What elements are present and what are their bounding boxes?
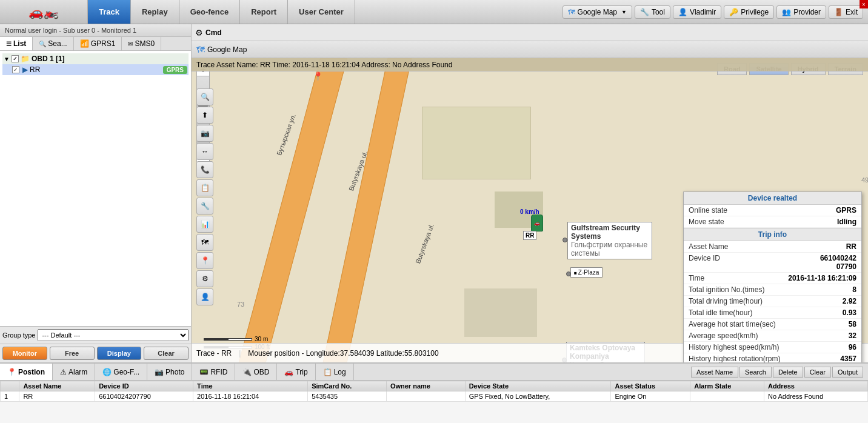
poi-dot-2: [566, 271, 571, 276]
popup-driving-row: Total driving time(hour) 2.92: [684, 296, 861, 307]
display-button[interactable]: Display: [97, 347, 142, 360]
search-btn[interactable]: Search: [739, 367, 772, 378]
group-type-row: Group type --- Default ---: [0, 326, 191, 344]
tab-report[interactable]: Report: [240, 0, 288, 24]
monitor-button[interactable]: Monitor: [2, 347, 47, 360]
tab-list[interactable]: ☰ List: [0, 37, 33, 50]
toolbar-btn-5[interactable]: 📞: [196, 161, 213, 178]
exit-btn[interactable]: 🚪 Exit: [829, 5, 863, 19]
tree-device-checkbox[interactable]: [12, 66, 19, 73]
poi-zplaza: ■Z-Plaza: [570, 267, 603, 278]
toolbar-btn-12[interactable]: 👤: [196, 288, 213, 305]
free-button[interactable]: Free: [50, 347, 95, 360]
col-alarm-state: Alarm State: [690, 381, 764, 391]
tab-search[interactable]: 🔍 Sea...: [33, 37, 73, 50]
popup-trip-section: Trip info: [684, 228, 861, 241]
popup-online-label: Online state: [689, 206, 727, 215]
street-label-1: Бутырская ул.: [275, 113, 297, 156]
tree-root-row[interactable]: ▼ 📁 OBD 1 [1]: [2, 53, 189, 64]
tab-log[interactable]: 📋 Log: [316, 364, 354, 380]
tab-track[interactable]: Track: [88, 0, 131, 24]
data-table-container: Asset Name Device ID Time SimCard No. Ow…: [0, 381, 868, 423]
tree-checkbox[interactable]: [12, 55, 19, 62]
popup-device-section: Device realted: [684, 192, 861, 205]
location-marker-top: 📍: [313, 72, 323, 81]
side-toolbar: 🔍 ⬆ 📷 ↔ 📞 📋 🔧 📊 🗺 📍 ⚙ 👤: [196, 88, 213, 305]
popup-avgspeed-row: Average speed(km/h) 32: [684, 330, 861, 342]
cell-alarm-state: [690, 391, 764, 402]
popup-time-row: Time 2016-11-18 16:21:09: [684, 273, 861, 284]
map-title-bar: 🗺 Google Map: [192, 41, 868, 58]
toolbar-btn-1[interactable]: 🔍: [196, 88, 213, 105]
tab-gprs1[interactable]: 📶 GPRS1: [74, 37, 122, 50]
bottom-toolbar: Asset Name Search Delete Clear Output: [690, 364, 868, 380]
tool-icon: 🔧: [640, 8, 649, 16]
tree-device-icon: ▶: [22, 65, 28, 74]
toolbar-btn-2[interactable]: ⬆: [196, 107, 213, 124]
popup-assetname-row: Asset Name RR: [684, 241, 861, 253]
popup-histspeed-label: History highest speed(km/h): [689, 343, 779, 351]
tab-rfid[interactable]: 📟 RFID: [192, 364, 235, 380]
window-close-btn[interactable]: ×: [860, 0, 868, 8]
toolbar-btn-10[interactable]: 📍: [196, 252, 213, 269]
provider-btn[interactable]: 👥 Provider: [776, 5, 826, 19]
popup-idle-row: Total idle time(hour) 0.93: [684, 307, 861, 319]
toolbar-btn-11[interactable]: ⚙: [196, 270, 213, 287]
cell-device-id: 66104024207790: [95, 391, 193, 402]
signal-icon: 📶: [80, 39, 89, 48]
tab-geofence[interactable]: 🌐 Geo-F...: [95, 364, 147, 380]
tab-obd[interactable]: 🔌 OBD: [235, 364, 277, 380]
toolbar-btn-9[interactable]: 🗺: [196, 234, 213, 251]
google-map-title-icon: 🗺: [196, 45, 205, 55]
cell-simcard: 5435435: [308, 391, 387, 402]
toolbar-btn-7[interactable]: 🔧: [196, 198, 213, 215]
popup-deviceid-value: 66104024207790: [820, 254, 856, 271]
popup-avgspeed-value: 32: [849, 331, 856, 340]
trip-icon: 🚗: [284, 368, 293, 376]
tab-photo[interactable]: 📷 Photo: [147, 364, 192, 380]
toolbar-btn-6[interactable]: 📋: [196, 179, 213, 196]
popup-idle-label: Total idle time(hour): [689, 308, 752, 317]
clear-data-btn[interactable]: Clear: [804, 367, 831, 378]
toolbar-btn-3[interactable]: 📷: [196, 125, 213, 142]
popup-histspeed-value: 96: [849, 343, 856, 351]
tool-btn[interactable]: 🔧 Tool: [635, 5, 670, 19]
asset-name-btn[interactable]: Asset Name: [691, 367, 738, 378]
user-btn[interactable]: 👤 Vladimir: [673, 5, 721, 19]
delete-btn[interactable]: Delete: [773, 367, 803, 378]
output-btn[interactable]: Output: [832, 367, 863, 378]
google-map-btn[interactable]: 🗺 Google Map ▼: [563, 5, 632, 19]
group-type-select[interactable]: --- Default ---: [38, 329, 189, 341]
tab-sms0[interactable]: ✉ SMS0: [122, 37, 161, 50]
exit-icon: 🚪: [834, 8, 843, 16]
building-block-3: [464, 288, 537, 337]
nav-tabs: Track Replay Geo-fence Report User Cente…: [88, 0, 355, 24]
toolbar-btn-8[interactable]: 📊: [196, 216, 213, 233]
privilege-btn[interactable]: 🔑 Privilege: [724, 5, 774, 19]
logo-area: 🚗🏍️: [0, 0, 88, 24]
popup-online-row: Online state GPRS: [684, 205, 861, 216]
tab-geofence[interactable]: Geo-fence: [179, 0, 241, 24]
tab-usercenter[interactable]: User Center: [288, 0, 355, 24]
popup-avgspeed-label: Average speed(km/h): [689, 331, 758, 340]
clear-button[interactable]: Clear: [144, 347, 189, 360]
popup-assetname-label: Asset Name: [689, 242, 728, 251]
tab-position[interactable]: 📍 Postion: [0, 364, 53, 380]
popup-driving-label: Total driving time(hour): [689, 297, 763, 305]
tab-replay[interactable]: Replay: [131, 0, 179, 24]
tree-device-item[interactable]: ▶ RR GPRS: [2, 64, 189, 75]
map-container[interactable]: Trace Asset Name: RR Time: 2016-11-18 16…: [192, 58, 868, 362]
popup-online-value: GPRS: [836, 206, 856, 215]
map-area: ⚙ Cmd 🗺 Google Map Trace Asset Name: RR …: [192, 24, 868, 362]
tab-trip[interactable]: 🚗 Trip: [277, 364, 315, 380]
log-icon: 📋: [323, 368, 332, 376]
vehicle-marker[interactable]: 🚗: [531, 215, 543, 231]
tab-alarm[interactable]: ⚠ Alarm: [53, 364, 95, 380]
group-type-label: Group type: [2, 331, 35, 339]
popup-hotstart-row: Average hot start time(sec) 58: [684, 319, 861, 330]
popup-histrot-row: History highest rotation(rpm) 4357: [684, 353, 861, 362]
toolbar-btn-4[interactable]: ↔: [196, 143, 213, 160]
table-row[interactable]: 1 RR 66104024207790 2016-11-18 16:21:04 …: [1, 391, 868, 402]
col-time: Time: [193, 381, 308, 391]
col-address: Address: [764, 381, 867, 391]
